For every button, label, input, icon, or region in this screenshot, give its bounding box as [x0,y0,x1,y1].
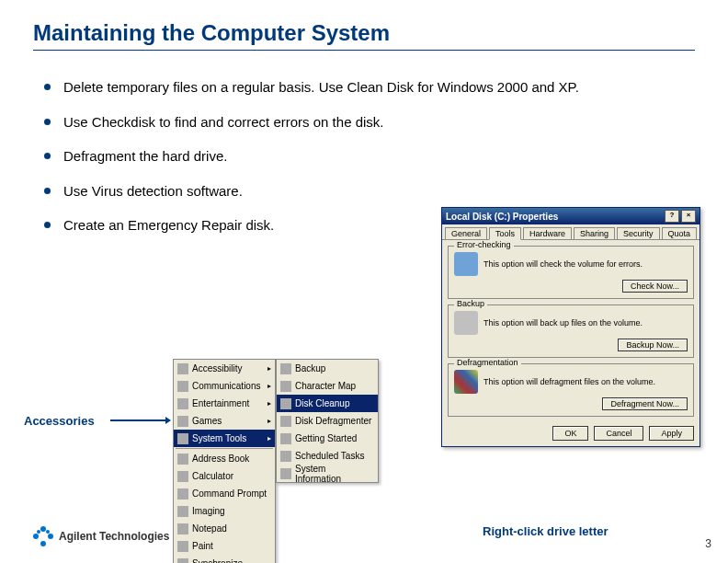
menu-item[interactable]: Calculator [174,467,275,485]
menu-item-label: Address Book [192,454,249,464]
agilent-logo: Agilent Technologies [33,526,169,546]
menu-item-label: Communications [192,381,260,391]
submenu-arrow-icon: ▸ [267,417,271,425]
menu-item-label: Command Prompt [192,488,267,499]
apply-button[interactable]: Apply [649,426,694,441]
submenu-arrow-icon: ▸ [267,434,271,442]
program-icon [177,541,188,552]
menu-item-label: Games [192,416,222,426]
program-icon [177,506,188,517]
bullet-icon [44,188,51,194]
rightclick-label: Right-click drive letter [483,524,609,538]
menu-item-label: Notepad [192,523,227,534]
group-title: Backup [454,299,487,308]
logo-icon [33,526,53,546]
menu-item-label: Getting Started [295,433,357,443]
backup-now-button[interactable]: Backup Now... [618,339,688,351]
system-tools-submenu: BackupCharacter MapDisk CleanupDisk Defr… [276,359,379,483]
menu-item[interactable]: Notepad [174,520,275,537]
program-icon [177,454,188,465]
bullet-icon [44,119,51,125]
menu-item-label: Disk Defragmenter [295,416,371,426]
backup-icon [454,311,478,335]
menu-item[interactable]: System Tools▸ [174,430,275,447]
menu-item[interactable]: Games▸ [174,412,275,430]
program-icon [280,398,291,409]
menu-item[interactable]: Getting Started [277,430,378,447]
menu-item[interactable]: Imaging [174,502,275,520]
menu-item-label: System Tools [192,433,246,443]
bullet-text: Defragment the hard drive. [63,147,227,166]
check-now-button[interactable]: Check Now... [622,280,688,293]
dialog-titlebar: Local Disk (C:) Properties ? × [442,208,700,224]
cancel-button[interactable]: Cancel [594,426,643,441]
menu-item[interactable]: Address Book [174,450,275,467]
group-text: This option will check the volume for er… [483,259,688,269]
menu-item[interactable]: Disk Defragmenter [277,412,378,430]
group-title: Error-checking [454,240,514,249]
menu-item-label: Entertainment [192,398,249,408]
menu-item[interactable]: Paint [174,537,275,555]
program-icon [177,523,188,534]
menu-item[interactable]: Accessibility▸ [174,360,275,377]
defrag-icon [454,370,478,394]
tab-quota[interactable]: Quota [662,227,698,239]
bullet-icon [44,84,51,90]
properties-dialog: Local Disk (C:) Properties ? × GeneralTo… [441,207,700,447]
menu-item[interactable]: System Information [277,465,378,482]
title-underline [33,50,695,51]
program-icon [177,433,188,444]
disk-check-icon [454,252,478,276]
tab-hardware[interactable]: Hardware [523,227,572,239]
menu-item-label: Accessibility [192,363,242,373]
menu-item[interactable]: Synchronize [174,555,275,563]
bullet-text: Use Checkdisk to find and correct errors… [63,113,384,132]
menu-item[interactable]: Character Map [277,377,378,395]
bullet-text: Create an Emergency Repair disk. [63,216,274,235]
menu-item-label: Calculator [192,471,233,481]
bullet-item: Use Virus detection software. [44,182,596,201]
defrag-group: Defragmentation This option will defragm… [448,363,694,417]
submenu-arrow-icon: ▸ [267,364,271,373]
menu-item[interactable]: Scheduled Tasks [277,447,378,465]
error-checking-group: Error-checking This option will check th… [448,246,694,299]
close-button[interactable]: × [681,210,696,223]
dialog-title: Local Disk (C:) Properties [446,212,558,222]
program-icon [177,381,188,392]
dialog-button-row: OK Cancel Apply [442,420,700,446]
menu-item-label: Backup [295,363,325,373]
tab-general[interactable]: General [445,227,487,239]
submenu-arrow-icon: ▸ [267,382,271,390]
accessories-menu: Accessibility▸Communications▸Entertainme… [173,359,276,563]
bullet-item: Use Checkdisk to find and correct errors… [44,113,596,132]
menu-item[interactable]: Entertainment▸ [174,395,275,412]
bullet-text: Use Virus detection software. [63,182,243,201]
menu-item[interactable]: Disk Cleanup [277,395,378,412]
tab-sharing[interactable]: Sharing [574,227,615,239]
menu-item-label: Synchronize [192,558,243,563]
page-number: 3 [705,537,711,550]
tab-security[interactable]: Security [617,227,660,239]
arrow-icon [110,419,165,421]
menu-item[interactable]: Communications▸ [174,377,275,395]
program-icon [177,488,188,500]
group-text: This option will defragment files on the… [483,377,688,386]
tab-tools[interactable]: Tools [489,227,521,240]
program-icon [177,416,188,427]
bullet-item: Defragment the hard drive. [44,147,596,166]
group-text: This option will back up files on the vo… [483,318,688,327]
bullet-icon [44,153,51,159]
ok-button[interactable]: OK [552,426,588,441]
menu-item[interactable]: Command Prompt [174,485,275,502]
submenu-arrow-icon: ▸ [267,399,271,408]
backup-group: Backup This option will back up files on… [448,304,694,358]
help-button[interactable]: ? [665,210,679,223]
program-icon [280,451,291,462]
menu-item[interactable]: Backup [277,360,378,377]
menu-item-label: Paint [192,541,213,551]
program-icon [280,381,291,392]
accessories-label: Accessories [24,414,95,428]
defragment-now-button[interactable]: Defragment Now... [602,397,688,410]
bullet-icon [44,222,51,228]
logo-text: Agilent Technologies [59,530,169,543]
